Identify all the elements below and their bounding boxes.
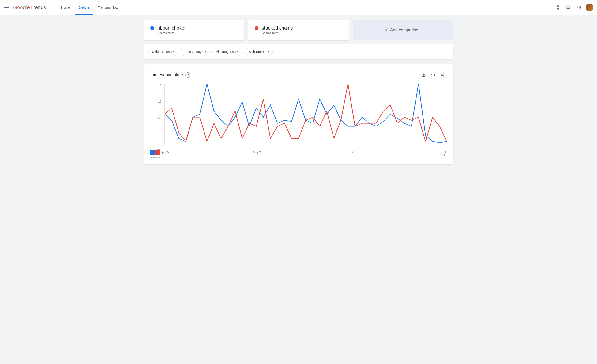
logo-g-red2: e xyxy=(27,4,30,10)
filter-category-label: All categories xyxy=(216,50,236,54)
chart-title: Interest over time xyxy=(150,73,183,77)
avatar-image xyxy=(586,4,593,11)
x-label-jul18: Jul 18 xyxy=(442,151,446,157)
svg-point-13 xyxy=(580,8,581,9)
term-type-1: Search term xyxy=(157,31,186,35)
filter-location[interactable]: United States ▾ xyxy=(149,48,178,56)
chevron-down-icon-category: ▾ xyxy=(237,50,238,53)
filter-search-type[interactable]: Web Search ▾ xyxy=(245,48,273,56)
feedback-button[interactable] xyxy=(563,3,573,12)
apps-button[interactable] xyxy=(574,3,584,12)
filter-category[interactable]: All categories ▾ xyxy=(212,48,242,56)
nav-home[interactable]: Home xyxy=(57,0,74,15)
filter-location-label: United States xyxy=(152,50,172,54)
y-axis: 100 75 50 25 0 xyxy=(150,84,163,152)
embed-button[interactable] xyxy=(429,71,437,79)
svg-line-3 xyxy=(556,8,557,8)
svg-point-10 xyxy=(580,7,581,8)
svg-point-11 xyxy=(578,8,578,9)
y-label-25: 25 xyxy=(150,100,163,103)
header-right xyxy=(552,3,593,12)
svg-point-1 xyxy=(555,7,556,8)
svg-point-8 xyxy=(578,7,578,8)
x-label-apr25: Apr 25 xyxy=(160,151,169,154)
filter-time[interactable]: Past 90 days ▾ xyxy=(181,48,210,56)
x-label-may23: May 23 xyxy=(253,151,262,154)
logo-g-red: o xyxy=(17,4,20,10)
chart-title-area: Interest over time ? xyxy=(150,72,190,77)
term-text-1: ribbon choker Search term xyxy=(157,25,186,35)
y-label-75: 75 xyxy=(150,132,163,136)
chart-actions xyxy=(419,71,447,79)
main-content: ribbon choker Search term stacked chains… xyxy=(134,15,463,169)
svg-point-17 xyxy=(443,76,444,77)
term-dot-blue xyxy=(150,26,154,30)
svg-point-6 xyxy=(579,6,579,6)
download-button[interactable] xyxy=(419,71,428,79)
avatar[interactable] xyxy=(586,4,593,11)
y-label-50: 50 xyxy=(150,116,163,120)
svg-point-12 xyxy=(579,8,579,9)
svg-line-4 xyxy=(556,6,557,7)
legend-bar-red xyxy=(156,150,160,155)
logo-g-blue2: g xyxy=(23,4,26,10)
nav-explore[interactable]: Explore xyxy=(75,0,93,15)
logo: Google Trends xyxy=(13,4,46,11)
svg-point-16 xyxy=(441,75,442,76)
header-left: Google Trends Home Explore Trending Now xyxy=(4,0,122,15)
chart-legend: Average xyxy=(150,150,160,159)
chart-container: 100 75 50 25 0 xyxy=(150,84,447,159)
search-term-inner-1: ribbon choker Search term xyxy=(150,25,238,35)
svg-point-9 xyxy=(579,7,579,8)
svg-line-18 xyxy=(442,75,443,76)
filters-row: United States ▾ Past 90 days ▾ All categ… xyxy=(144,44,453,60)
chart-svg xyxy=(165,84,447,144)
plus-icon: + xyxy=(385,27,388,33)
svg-point-15 xyxy=(443,73,444,75)
chevron-down-icon-time: ▾ xyxy=(205,50,206,53)
term-type-2: Search term xyxy=(262,31,293,35)
chart-header: Interest over time ? xyxy=(150,71,447,79)
term-name-2: stacked chains xyxy=(262,25,293,31)
term-dot-red xyxy=(255,26,259,30)
search-term-inner-2: stacked chains Search term xyxy=(255,25,342,35)
hamburger-menu[interactable] xyxy=(4,5,9,10)
svg-point-0 xyxy=(557,5,558,7)
chevron-down-icon-search-type: ▾ xyxy=(268,50,269,53)
svg-point-2 xyxy=(557,8,558,9)
nav-trending-now[interactable]: Trending Now xyxy=(94,0,122,15)
header: Google Trends Home Explore Trending Now xyxy=(0,0,597,15)
filter-time-label: Past 90 days xyxy=(184,50,203,54)
add-comparison-label: Add comparison xyxy=(390,28,421,33)
svg-line-19 xyxy=(442,74,443,75)
x-label-jun20: Jun 20 xyxy=(346,151,355,154)
search-terms-row: ribbon choker Search term stacked chains… xyxy=(144,20,453,40)
svg-point-5 xyxy=(578,6,578,6)
legend-label: Average xyxy=(150,156,160,159)
filter-search-type-label: Web Search xyxy=(248,50,266,54)
legend-bars xyxy=(150,150,160,155)
chevron-down-icon-location: ▾ xyxy=(173,50,174,53)
main-nav: Home Explore Trending Now xyxy=(57,0,122,15)
search-term-card-1[interactable]: ribbon choker Search term xyxy=(144,20,244,40)
help-icon[interactable]: ? xyxy=(185,72,190,77)
term-text-2: stacked chains Search term xyxy=(262,25,293,35)
logo-g-blue: G xyxy=(13,4,17,10)
search-term-card-2[interactable]: stacked chains Search term xyxy=(248,20,349,40)
share-button[interactable] xyxy=(552,3,561,12)
share-chart-button[interactable] xyxy=(438,71,447,79)
logo-g-yellow: o xyxy=(20,4,23,10)
add-comparison-card[interactable]: + Add comparison xyxy=(353,20,453,40)
chart-section: Interest over time ? xyxy=(144,64,453,164)
chart-plot: Apr 25 May 23 Jun 20 Jul 18 xyxy=(164,84,447,145)
y-label-0: 0 xyxy=(150,84,163,87)
term-name-1: ribbon choker xyxy=(157,25,186,31)
logo-google: Google xyxy=(13,4,30,11)
svg-point-7 xyxy=(580,6,581,6)
legend-bar-blue xyxy=(150,150,155,155)
logo-trends: Trends xyxy=(30,4,46,11)
